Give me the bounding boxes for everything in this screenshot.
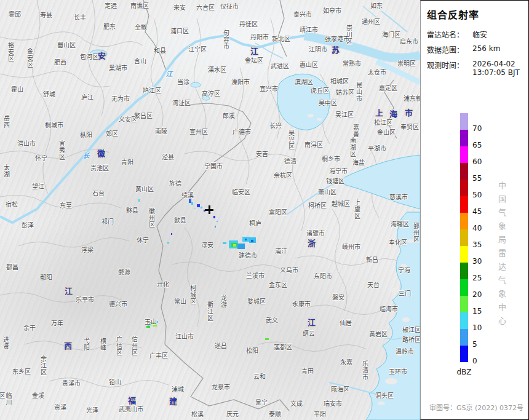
place-label: 三门 <box>399 290 411 297</box>
radar-app-window: 霍邱寿县长丰定远南谯区肥东全椒裕安区金安区蜀山区包河区肥西含山巢湖市和县霍山舒城… <box>0 0 529 420</box>
place-label: 肥东 <box>103 23 116 30</box>
place-label: 浦城 <box>172 386 184 393</box>
radar-site-cross <box>209 205 210 214</box>
legend-color-swatch <box>460 329 468 346</box>
place-label: 瑞安市 <box>324 400 342 407</box>
place-label: 资溪 <box>54 404 66 411</box>
place-label: 无为市 <box>111 95 130 102</box>
place-label: 安吉 <box>256 151 268 157</box>
radar-echo <box>146 326 150 328</box>
legend-color-swatch <box>460 263 468 279</box>
place-label: 温岭市 <box>396 348 414 355</box>
station-value: 临安 <box>472 29 487 39</box>
place-label: 丹徒区 <box>239 21 258 28</box>
river-label: 长 <box>83 153 90 159</box>
place-label: 含山 <box>134 58 146 65</box>
place-label: 东阳市 <box>314 273 332 280</box>
legend-tick: 25 <box>472 274 482 282</box>
place-label: 文成 <box>290 400 303 407</box>
place-label: 太仓市 <box>368 69 386 76</box>
place-label: 开化 <box>157 281 169 288</box>
legend-tick: 50 <box>472 191 482 199</box>
place-label: 肥西 <box>54 59 66 66</box>
place-label: 景宁 <box>255 399 268 406</box>
place-label: 吴中区 <box>319 100 337 106</box>
legend-color-swatch <box>460 213 468 229</box>
place-label: 宣州区 <box>189 129 208 135</box>
province-label: 浙 <box>308 240 316 247</box>
place-label: 南陵 <box>155 128 167 135</box>
place-label: 绩溪 <box>181 192 194 199</box>
place-label: 惠山区 <box>300 61 318 68</box>
place-label: 湾沚区 <box>172 100 191 106</box>
place-label: 临海市 <box>380 306 398 312</box>
place-label: 宁国市 <box>204 163 223 170</box>
place-label: 崇明区 <box>397 60 416 67</box>
place-label: 吴兴区 <box>288 130 295 151</box>
legend-color-swatch <box>460 196 468 213</box>
radar-echo <box>201 207 202 208</box>
place-label: 张家港市 <box>325 36 349 42</box>
place-label: 松江区 <box>374 119 392 126</box>
place-label: 婺源 <box>118 269 130 275</box>
product-title: 组合反射率 <box>427 7 528 22</box>
place-label: 诸暨市 <box>306 230 325 237</box>
place-label: 舒城 <box>43 91 55 98</box>
place-label: 相城区 <box>330 78 349 85</box>
station-row: 雷达站名： 临安 <box>427 29 528 39</box>
place-label: 永康市 <box>292 301 311 307</box>
place-label: 潜山市 <box>17 140 36 147</box>
legend-tick: 70 <box>472 124 482 133</box>
place-label: 庐江 <box>81 94 93 101</box>
place-label: 新北区 <box>272 36 290 42</box>
place-label: 南湖区 <box>349 138 356 158</box>
place-label: 龙游 <box>220 295 227 308</box>
place-label: 浦东新区 <box>404 95 420 102</box>
place-label: 万年 <box>51 320 63 327</box>
time-row: 观测时间： 2026-04-02 13:07:05 BJT <box>427 60 528 77</box>
legend-tick: 10 <box>472 323 482 332</box>
legend-color-swatch <box>460 229 468 246</box>
place-label: 广丰区 <box>149 352 168 359</box>
place-label: 如东 <box>370 2 383 9</box>
place-label: 鄞州区 <box>413 223 420 244</box>
place-label: 铅山 <box>109 379 121 386</box>
place-label: 奉化区 <box>389 239 407 246</box>
place-label: 海门区 <box>382 31 400 38</box>
province-label: 建 <box>169 398 178 405</box>
place-label: 滨湖区 <box>295 79 313 85</box>
place-label: 宿松 <box>6 201 18 208</box>
map-approval-number: 审图号：GS京 (2022) 0372号 <box>429 402 523 412</box>
place-label: 寿县 <box>40 12 52 18</box>
place-label: 六合区 <box>196 4 215 11</box>
place-label: 东至 <box>60 202 72 209</box>
place-label: 婺城区 <box>247 298 266 305</box>
place-label: 霍邱 <box>9 11 21 18</box>
place-label: 浦江 <box>275 248 287 255</box>
legend-tick: 60 <box>472 157 482 166</box>
legend-tick: 55 <box>472 174 482 183</box>
place-label: 金溪 <box>32 392 44 399</box>
place-label: 溧阳市 <box>231 79 250 85</box>
radar-echo <box>245 239 247 240</box>
place-label: 巢湖市 <box>109 65 127 71</box>
place-label: 武进区 <box>271 63 289 69</box>
place-label: 玉环市 <box>389 368 407 375</box>
place-label: 江宁区 <box>188 46 207 53</box>
legend-color-swatch <box>460 180 468 196</box>
place-label: 溧水区 <box>208 66 226 73</box>
place-label: 路桥区 <box>402 336 420 343</box>
place-label: 奉贤区 <box>400 124 419 130</box>
place-label: 青阳 <box>121 159 133 165</box>
place-label: 东乡区 <box>12 368 31 375</box>
radar-echo <box>223 242 226 244</box>
reflectivity-legend-bar <box>460 113 468 362</box>
legend-tick: 40 <box>472 224 482 232</box>
place-label: 余江区 <box>40 356 47 376</box>
radar-map[interactable]: 霍邱寿县长丰定远南谯区肥东全椒裕安区金安区蜀山区包河区肥西含山巢湖市和县霍山舒城… <box>0 0 420 420</box>
province-label: 苏 <box>332 47 340 53</box>
place-label: 武夷山市 <box>119 406 143 413</box>
range-value: 256 km <box>472 44 500 55</box>
place-label: 江阴市 <box>309 46 327 53</box>
province-label: 江 <box>308 319 316 326</box>
